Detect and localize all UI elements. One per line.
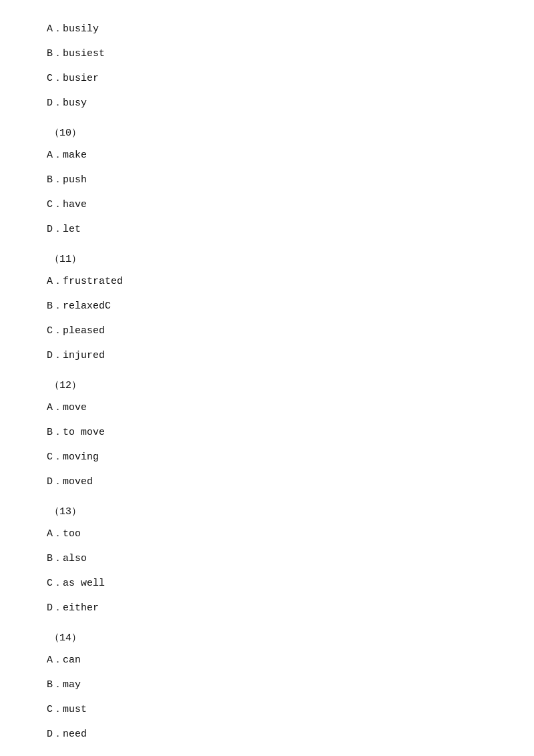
question-number: （13） bbox=[47, 503, 487, 521]
option-item: B．push bbox=[47, 171, 487, 189]
option-item: D．need bbox=[47, 725, 487, 743]
option-item: C．moving bbox=[47, 448, 487, 466]
option-item: C．as well bbox=[47, 574, 487, 592]
main-content: A．busilyB．busiestC．busierD．busy（10）A．mak… bbox=[0, 0, 534, 756]
option-item: D．let bbox=[47, 220, 487, 238]
option-item: A．busily bbox=[47, 20, 487, 38]
option-item: C．pleased bbox=[47, 322, 487, 340]
option-item: D．injured bbox=[47, 347, 487, 365]
option-item: A．too bbox=[47, 525, 487, 543]
option-item: D．either bbox=[47, 599, 487, 617]
question-number: （12） bbox=[47, 377, 487, 395]
question-number: （11） bbox=[47, 250, 487, 268]
option-item: B．to move bbox=[47, 423, 487, 441]
option-item: C．have bbox=[47, 196, 487, 214]
option-item: C．busier bbox=[47, 69, 487, 87]
option-item: A．make bbox=[47, 146, 487, 164]
option-item: A．move bbox=[47, 399, 487, 417]
option-item: B．busiest bbox=[47, 45, 487, 63]
option-item: C．must bbox=[47, 701, 487, 719]
option-item: D．moved bbox=[47, 473, 487, 491]
option-item: B．relaxedC bbox=[47, 297, 487, 315]
option-item: A．can bbox=[47, 651, 487, 669]
option-item: B．may bbox=[47, 676, 487, 694]
question-number: （14） bbox=[47, 629, 487, 647]
option-item: D．busy bbox=[47, 94, 487, 112]
option-item: A．frustrated bbox=[47, 272, 487, 291]
option-item: B．also bbox=[47, 550, 487, 568]
question-number: （10） bbox=[47, 124, 487, 142]
